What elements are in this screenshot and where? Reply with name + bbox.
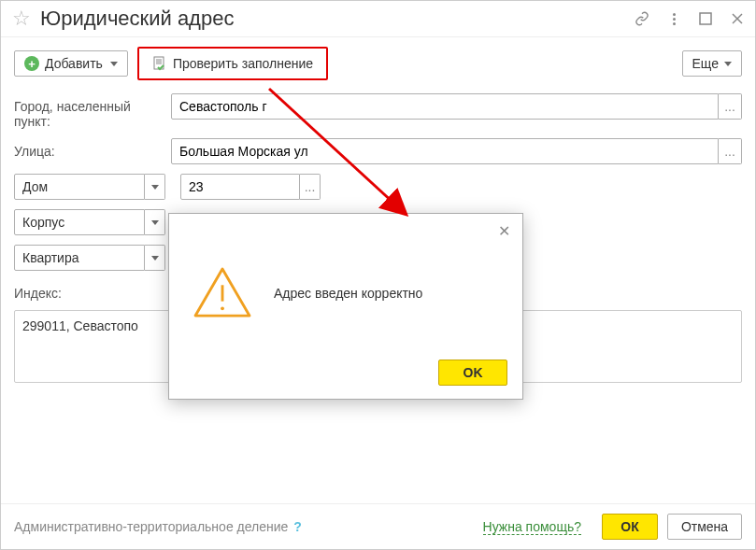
verify-button-label: Проверить заполнение <box>173 56 313 71</box>
caret-down-icon <box>110 62 118 66</box>
block-type-value: Корпус <box>22 215 64 230</box>
street-lookup-button[interactable]: ... <box>719 138 742 164</box>
footer: Административно-территориальное деление … <box>1 503 755 549</box>
svg-point-9 <box>221 306 224 310</box>
plus-circle-icon: + <box>24 56 39 71</box>
doc-check-icon <box>152 56 167 71</box>
add-button-label: Добавить <box>45 56 103 71</box>
window: ☆ Юридический адрес + Добавить <box>0 0 756 550</box>
block-type-caret[interactable] <box>145 209 165 235</box>
more-menu-icon[interactable] <box>665 10 682 27</box>
help-icon[interactable]: ? <box>293 519 302 534</box>
house-type-value: Дом <box>22 179 48 194</box>
add-button[interactable]: + Добавить <box>14 50 128 77</box>
window-title: Юридический адрес <box>40 7 634 31</box>
titlebar-controls <box>634 10 746 27</box>
apartment-type-caret[interactable] <box>145 245 165 271</box>
warning-icon <box>193 267 251 320</box>
street-input[interactable] <box>171 138 719 164</box>
dialog-close-icon[interactable]: ✕ <box>494 221 513 240</box>
more-button[interactable]: Еще <box>682 50 743 77</box>
admin-division-label: Административно-территориальное деление <box>14 519 288 534</box>
link-icon[interactable] <box>634 10 650 27</box>
more-button-label: Еще <box>692 56 720 71</box>
index-label: Индекс: <box>14 280 62 301</box>
dialog-ok-button[interactable]: OK <box>438 360 507 386</box>
ok-button[interactable]: ОК <box>602 514 658 540</box>
dialog-message: Адрес введен корректно <box>274 286 422 301</box>
block-type-select[interactable]: Корпус <box>14 209 145 235</box>
help-link[interactable]: Нужна помощь? <box>483 519 581 535</box>
close-icon[interactable] <box>729 10 746 27</box>
city-label: Город, населенный пункт: <box>14 93 164 129</box>
house-lookup-button[interactable]: ... <box>300 174 321 200</box>
favorite-star-icon[interactable]: ☆ <box>10 7 33 30</box>
house-type-caret[interactable] <box>145 174 165 200</box>
verify-button[interactable]: Проверить заполнение <box>137 47 328 80</box>
city-lookup-button[interactable]: ... <box>719 93 742 120</box>
apartment-type-select[interactable]: Квартира <box>14 245 145 271</box>
street-label: Улица: <box>14 138 164 159</box>
titlebar: ☆ Юридический адрес <box>1 1 755 37</box>
city-input[interactable] <box>171 93 719 120</box>
apartment-type-value: Квартира <box>22 250 79 265</box>
toolbar: + Добавить Проверить заполнение Еще <box>1 37 755 90</box>
validation-dialog: ✕ Адрес введен корректно OK <box>168 213 523 400</box>
svg-rect-0 <box>700 13 711 24</box>
cancel-button[interactable]: Отмена <box>667 514 742 540</box>
maximize-icon[interactable] <box>697 10 714 27</box>
caret-down-icon <box>724 62 732 66</box>
house-type-select[interactable]: Дом <box>14 174 145 200</box>
house-number-input[interactable] <box>180 174 300 200</box>
